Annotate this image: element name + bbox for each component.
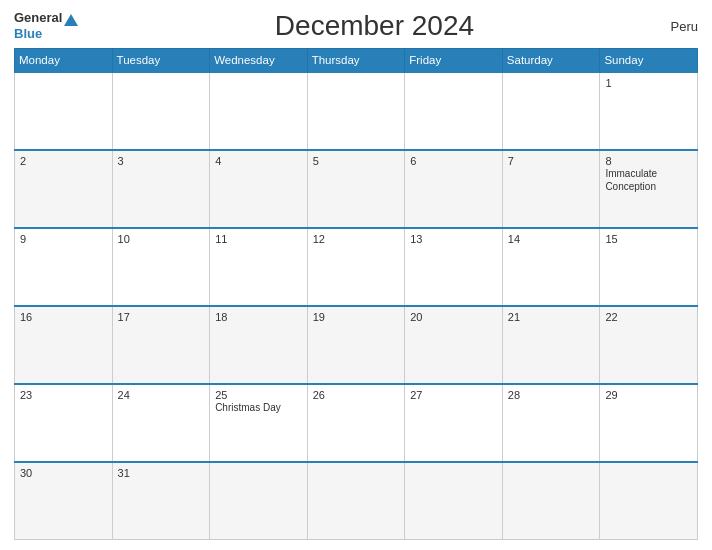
week-row-4: 16171819202122: [15, 306, 698, 384]
day-number: 5: [313, 155, 400, 167]
week-row-1: 1: [15, 72, 698, 150]
cell-w4-d1: 16: [15, 306, 113, 384]
day-number: 22: [605, 311, 692, 323]
col-sunday: Sunday: [600, 49, 698, 73]
day-number: 28: [508, 389, 595, 401]
cell-w3-d2: 10: [112, 228, 210, 306]
day-number: 23: [20, 389, 107, 401]
cell-w1-d5: [405, 72, 503, 150]
col-saturday: Saturday: [502, 49, 600, 73]
day-event: Immaculate Conception: [605, 168, 657, 192]
logo: General Blue: [14, 10, 78, 41]
day-number: 13: [410, 233, 497, 245]
cell-w3-d4: 12: [307, 228, 405, 306]
day-number: 4: [215, 155, 302, 167]
day-number: 24: [118, 389, 205, 401]
week-row-6: 3031: [15, 462, 698, 540]
day-number: 19: [313, 311, 400, 323]
calendar-table: Monday Tuesday Wednesday Thursday Friday…: [14, 48, 698, 540]
cell-w1-d2: [112, 72, 210, 150]
cell-w4-d5: 20: [405, 306, 503, 384]
cell-w2-d2: 3: [112, 150, 210, 228]
day-number: 9: [20, 233, 107, 245]
cell-w3-d6: 14: [502, 228, 600, 306]
calendar-title: December 2024: [275, 10, 474, 42]
cell-w1-d6: [502, 72, 600, 150]
cell-w6-d3: [210, 462, 308, 540]
col-monday: Monday: [15, 49, 113, 73]
cell-w2-d7: 8Immaculate Conception: [600, 150, 698, 228]
col-tuesday: Tuesday: [112, 49, 210, 73]
cell-w4-d6: 21: [502, 306, 600, 384]
col-wednesday: Wednesday: [210, 49, 308, 73]
week-row-3: 9101112131415: [15, 228, 698, 306]
cell-w5-d4: 26: [307, 384, 405, 462]
country-label: Peru: [671, 19, 698, 34]
cell-w3-d5: 13: [405, 228, 503, 306]
day-number: 12: [313, 233, 400, 245]
day-number: 15: [605, 233, 692, 245]
cell-w3-d1: 9: [15, 228, 113, 306]
page: General Blue December 2024 Peru Monday T…: [0, 0, 712, 550]
cell-w2-d1: 2: [15, 150, 113, 228]
cell-w2-d5: 6: [405, 150, 503, 228]
cell-w4-d3: 18: [210, 306, 308, 384]
cell-w6-d5: [405, 462, 503, 540]
day-number: 2: [20, 155, 107, 167]
cell-w5-d2: 24: [112, 384, 210, 462]
day-number: 8: [605, 155, 692, 167]
day-number: 14: [508, 233, 595, 245]
cell-w4-d7: 22: [600, 306, 698, 384]
cell-w2-d6: 7: [502, 150, 600, 228]
day-number: 21: [508, 311, 595, 323]
cell-w5-d3: 25Christmas Day: [210, 384, 308, 462]
day-number: 10: [118, 233, 205, 245]
logo-triangle-icon: [64, 14, 78, 26]
day-number: 31: [118, 467, 205, 479]
cell-w6-d7: [600, 462, 698, 540]
cell-w1-d4: [307, 72, 405, 150]
week-row-5: 232425Christmas Day26272829: [15, 384, 698, 462]
day-number: 17: [118, 311, 205, 323]
cell-w5-d5: 27: [405, 384, 503, 462]
cell-w5-d1: 23: [15, 384, 113, 462]
cell-w2-d3: 4: [210, 150, 308, 228]
day-number: 29: [605, 389, 692, 401]
cell-w6-d6: [502, 462, 600, 540]
cell-w3-d7: 15: [600, 228, 698, 306]
calendar-header: Monday Tuesday Wednesday Thursday Friday…: [15, 49, 698, 73]
weekday-row: Monday Tuesday Wednesday Thursday Friday…: [15, 49, 698, 73]
day-number: 3: [118, 155, 205, 167]
cell-w6-d1: 30: [15, 462, 113, 540]
day-number: 6: [410, 155, 497, 167]
cell-w4-d4: 19: [307, 306, 405, 384]
cell-w1-d7: 1: [600, 72, 698, 150]
day-number: 27: [410, 389, 497, 401]
cell-w5-d6: 28: [502, 384, 600, 462]
day-number: 1: [605, 77, 692, 89]
day-number: 16: [20, 311, 107, 323]
cell-w1-d1: [15, 72, 113, 150]
day-number: 18: [215, 311, 302, 323]
cell-w3-d3: 11: [210, 228, 308, 306]
calendar-body: 12345678Immaculate Conception91011121314…: [15, 72, 698, 540]
col-friday: Friday: [405, 49, 503, 73]
logo-general-text: General: [14, 10, 62, 25]
day-number: 26: [313, 389, 400, 401]
day-number: 11: [215, 233, 302, 245]
day-number: 25: [215, 389, 302, 401]
header: General Blue December 2024 Peru: [14, 10, 698, 42]
day-number: 20: [410, 311, 497, 323]
cell-w6-d4: [307, 462, 405, 540]
cell-w5-d7: 29: [600, 384, 698, 462]
day-event: Christmas Day: [215, 402, 281, 413]
cell-w6-d2: 31: [112, 462, 210, 540]
cell-w4-d2: 17: [112, 306, 210, 384]
cell-w1-d3: [210, 72, 308, 150]
day-number: 30: [20, 467, 107, 479]
week-row-2: 2345678Immaculate Conception: [15, 150, 698, 228]
logo-blue-text: Blue: [14, 26, 78, 42]
day-number: 7: [508, 155, 595, 167]
col-thursday: Thursday: [307, 49, 405, 73]
cell-w2-d4: 5: [307, 150, 405, 228]
